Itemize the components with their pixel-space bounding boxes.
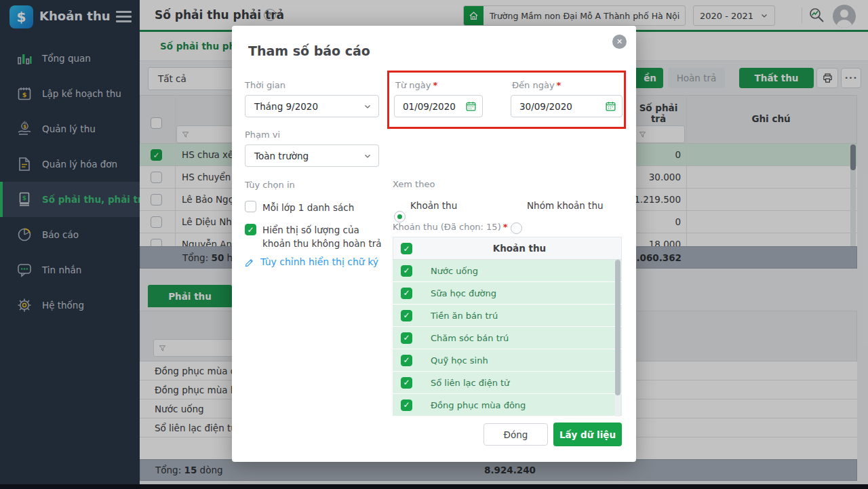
fee-item[interactable]: Tiền ăn bán trú: [393, 305, 622, 327]
fee-item-label: Sổ liên lạc điện tử: [431, 378, 509, 388]
view-by-label: Xem theo: [393, 179, 435, 189]
view-by-nhom-khoan-thu-radio[interactable]: [511, 222, 522, 234]
print-options-label: Tùy chọn in: [245, 180, 295, 190]
fee-item[interactable]: Nước uống: [393, 260, 622, 282]
view-by-khoan-thu-label: Khoản thu: [410, 200, 457, 211]
fee-list-header: Khoản thu: [393, 237, 622, 260]
fee-item[interactable]: Quỹ học sinh: [393, 349, 622, 372]
show-quantity-label: Hiển thị số lượng của khoản thu không ho…: [262, 224, 386, 250]
fee-select-all-checkbox[interactable]: [401, 243, 412, 254]
time-value: Tháng 9/2020: [254, 101, 318, 112]
fee-list-header-text: Khoản thu: [422, 243, 617, 254]
get-data-button[interactable]: Lấy dữ liệu: [553, 423, 622, 446]
required-mark: *: [503, 222, 508, 232]
each-class-label: Mỗi lớp 1 danh sách: [262, 202, 354, 213]
scope-label: Phạm vi: [245, 130, 280, 140]
time-label: Thời gian: [245, 80, 285, 90]
fee-list-label: Khoản thu (Đã chọn: 15)*: [393, 222, 508, 232]
chevron-down-icon: [363, 102, 372, 111]
window-bottom-edge: [0, 484, 868, 489]
fee-item[interactable]: Chăm sóc bán trú: [393, 327, 622, 349]
app-window: $ Khoản thu Tổng quan $ Lập kế hoạc: [0, 0, 868, 489]
close-icon[interactable]: ✕: [612, 35, 627, 49]
fee-item[interactable]: Sữa học đường: [393, 282, 622, 305]
pencil-icon: [245, 257, 255, 267]
fee-item-label: Đồng phục mùa đông: [431, 400, 526, 410]
close-button[interactable]: Đóng: [484, 423, 548, 446]
fee-item[interactable]: Sổ liên lạc điện tử: [393, 372, 622, 394]
scope-select[interactable]: Toàn trường: [245, 144, 379, 167]
scope-value: Toàn trường: [254, 151, 309, 161]
scrollbar-thumb[interactable]: [615, 260, 620, 395]
fee-item-label: Chăm sóc bán trú: [431, 333, 509, 343]
fee-item-label: Quỹ học sinh: [431, 355, 488, 366]
fee-checkbox[interactable]: [401, 288, 412, 299]
modal-title: Tham số báo cáo: [248, 43, 370, 58]
fee-checkbox[interactable]: [401, 355, 412, 366]
view-by-khoan-thu-radio[interactable]: [394, 211, 406, 222]
report-params-modal: Tham số báo cáo ✕ Thời gian Tháng 9/2020…: [232, 26, 636, 462]
date-range-highlight: [387, 71, 626, 129]
fee-item-label: Nước uống: [431, 266, 478, 276]
fee-checkbox[interactable]: [401, 399, 412, 411]
fee-checkbox[interactable]: [401, 377, 412, 389]
fee-checkbox[interactable]: [401, 310, 412, 321]
view-by-nhom-khoan-thu-label: Nhóm khoản thu: [527, 200, 604, 211]
time-select[interactable]: Tháng 9/2020: [245, 95, 379, 117]
signature-link-text: Tùy chỉnh hiển thị chữ ký: [260, 256, 378, 267]
show-quantity-checkbox[interactable]: [245, 224, 256, 235]
fee-item-label: Tiền ăn bán trú: [431, 311, 498, 321]
each-class-checkbox[interactable]: [245, 201, 256, 212]
fee-checkbox[interactable]: [401, 265, 412, 277]
fee-checkbox[interactable]: [401, 332, 412, 344]
fee-list-scrollbar[interactable]: [615, 260, 620, 416]
fee-list: Nước uống Sữa học đường Tiền ăn bán trú …: [393, 260, 622, 416]
chevron-down-icon: [363, 152, 372, 160]
fee-item-label: Sữa học đường: [431, 288, 496, 298]
fee-item[interactable]: Đồng phục mùa đông: [393, 394, 622, 416]
signature-link[interactable]: Tùy chỉnh hiển thị chữ ký: [245, 256, 378, 267]
